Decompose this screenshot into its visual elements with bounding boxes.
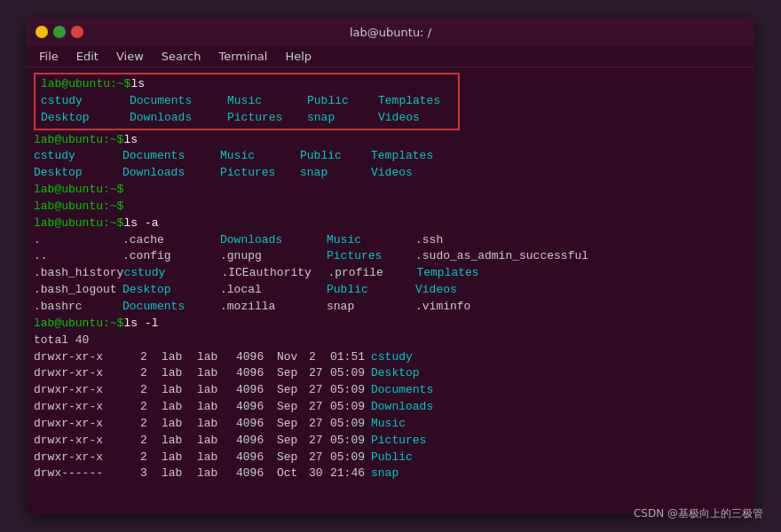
menu-help[interactable]: Help [278, 48, 319, 65]
lsa-r1c1: . [34, 232, 122, 249]
window-title: lab@ubuntu: / [350, 26, 431, 39]
lsa-r5c3: .mozilla [220, 299, 327, 316]
lsa-r1c3: Downloads [220, 232, 327, 249]
s2-pictures: Pictures [220, 165, 300, 182]
menubar: File Edit View Search Terminal Help [27, 46, 754, 67]
prompt-lsa: lab@ubuntu:~$ [34, 215, 123, 232]
ls-l-block: lab@ubuntu:~$ ls -l total 40 drwxr-xr-x … [34, 316, 747, 482]
hl-col-documents: Documents [130, 93, 227, 110]
lsa-r1c5: .ssh [415, 232, 443, 249]
lsa-r5c1: .bashrc [34, 299, 122, 316]
lsa-r1c2: .cache [122, 232, 220, 249]
lsa-r2c1: .. [34, 248, 122, 265]
lsl-row-5: drwxr-xr-x 2 lab lab 4096 Sep 27 05:09 P… [34, 433, 747, 450]
prompt-lsl: lab@ubuntu:~$ [34, 316, 123, 332]
hl-col-pictures: Pictures [227, 110, 307, 127]
s2-templates: Templates [371, 148, 433, 165]
s2-music: Music [220, 148, 300, 165]
hl-col-public: Public [307, 93, 378, 110]
highlighted-ls-row2: Desktop Downloads Pictures snap Videos [41, 110, 453, 127]
lsa-r2c3: .gnupg [220, 248, 327, 265]
hl-col-desktop: Desktop [41, 110, 130, 127]
cmd-ls-2: ls [123, 132, 138, 149]
lsl-rows-container: drwxr-xr-x 2 lab lab 4096 Nov 2 01:51 cs… [34, 349, 747, 483]
lsl-total: total 40 [34, 332, 747, 349]
lsl-row-3: drwxr-xr-x 2 lab lab 4096 Sep 27 05:09 D… [34, 399, 747, 416]
lsa-row-5: .bashrc Documents .mozilla snap .viminfo [34, 299, 747, 316]
ls-a-block: lab@ubuntu:~$ ls -a . .cache Downloads M… [34, 215, 747, 316]
terminal-window: lab@ubuntu: / File Edit View Search Term… [27, 18, 754, 514]
s2-cstudy: cstudy [34, 148, 122, 165]
lsa-r4c3: .local [220, 282, 327, 299]
s2-snap: snap [300, 165, 371, 182]
lsa-r2c2: .config [122, 248, 220, 265]
lsl-row-7: drwx------ 3 lab lab 4096 Oct 30 21:46 s… [34, 466, 747, 482]
lsa-r2c4: Pictures [327, 248, 415, 265]
s2-public: Public [300, 148, 371, 165]
lsa-row-3: .bash_history cstudy .ICEauthority .prof… [34, 265, 747, 282]
lsa-r5c4: snap [327, 299, 415, 316]
hl-col-templates: Templates [378, 93, 440, 110]
window-controls[interactable] [36, 26, 83, 38]
menu-file[interactable]: File [32, 48, 66, 65]
menu-view[interactable]: View [109, 48, 151, 65]
prompt-2: lab@ubuntu:~$ [34, 132, 123, 149]
lsa-row-4: .bash_logout Desktop .local Public Video… [34, 282, 747, 299]
blank-prompt-1: lab@ubuntu:~$ [34, 182, 747, 199]
blank-prompt-2: lab@ubuntu:~$ [34, 199, 747, 215]
lsa-r4c2: Desktop [122, 282, 220, 299]
lsa-r1c4: Music [327, 232, 415, 249]
cmd-lsa: ls -a [123, 215, 158, 232]
highlighted-ls-row1: cstudy Documents Music Public Templates [41, 93, 453, 110]
footer-note: CSDN @基极向上的三极管 [634, 506, 763, 521]
second-ls-block: lab@ubuntu:~$ ls cstudy Documents Music … [34, 132, 747, 183]
lsl-row-6: drwxr-xr-x 2 lab lab 4096 Sep 27 05:09 P… [34, 450, 747, 466]
lsl-row-0: drwxr-xr-x 2 lab lab 4096 Nov 2 01:51 cs… [34, 349, 747, 366]
prompt-1: lab@ubuntu:~$ [41, 76, 130, 93]
menu-edit[interactable]: Edit [69, 48, 106, 65]
hl-col-cstudy: cstudy [41, 93, 130, 110]
minimize-button[interactable] [36, 26, 48, 38]
lsa-r3c4: .profile [327, 265, 416, 282]
titlebar: lab@ubuntu: / [27, 18, 754, 46]
lsa-r5c2: Documents [122, 299, 220, 316]
lsa-r4c1: .bash_logout [34, 282, 122, 299]
lsa-r3c1: .bash_history [34, 265, 123, 282]
lsa-r3c5: Templates [416, 265, 478, 282]
cmd-ls-1: ls [130, 76, 145, 93]
hl-col-videos: Videos [378, 110, 420, 127]
menu-search[interactable]: Search [154, 48, 209, 65]
s2-downloads: Downloads [122, 165, 220, 182]
menu-terminal[interactable]: Terminal [211, 48, 274, 65]
s2-videos: Videos [371, 165, 413, 182]
lsa-row-1: . .cache Downloads Music .ssh [34, 232, 747, 249]
lsa-r4c5: Videos [415, 282, 457, 299]
maximize-button[interactable] [53, 26, 66, 38]
lsl-row-4: drwxr-xr-x 2 lab lab 4096 Sep 27 05:09 M… [34, 416, 747, 433]
lsl-row-1: drwxr-xr-x 2 lab lab 4096 Sep 27 05:09 D… [34, 365, 747, 382]
lsa-r5c5: .viminfo [415, 299, 470, 316]
hl-col-downloads: Downloads [130, 110, 227, 127]
s2-documents: Documents [122, 148, 220, 165]
highlighted-ls-command: lab@ubuntu:~$ ls [41, 76, 453, 93]
cmd-lsl: ls -l [123, 316, 158, 332]
lsa-row-2: .. .config .gnupg Pictures .sudo_as_admi… [34, 248, 747, 265]
terminal-body[interactable]: lab@ubuntu:~$ ls cstudy Documents Music … [27, 67, 754, 514]
lsl-row-2: drwxr-xr-x 2 lab lab 4096 Sep 27 05:09 D… [34, 382, 747, 399]
lsa-r2c5: .sudo_as_admin_successful [415, 248, 588, 265]
hl-col-music: Music [227, 93, 307, 110]
lsa-r4c4: Public [327, 282, 415, 299]
s2-desktop: Desktop [34, 165, 122, 182]
lsa-r3c3: .ICEauthority [221, 265, 327, 282]
hl-col-snap: snap [307, 110, 378, 127]
close-button[interactable] [71, 26, 83, 38]
lsa-r3c2: cstudy [123, 265, 221, 282]
